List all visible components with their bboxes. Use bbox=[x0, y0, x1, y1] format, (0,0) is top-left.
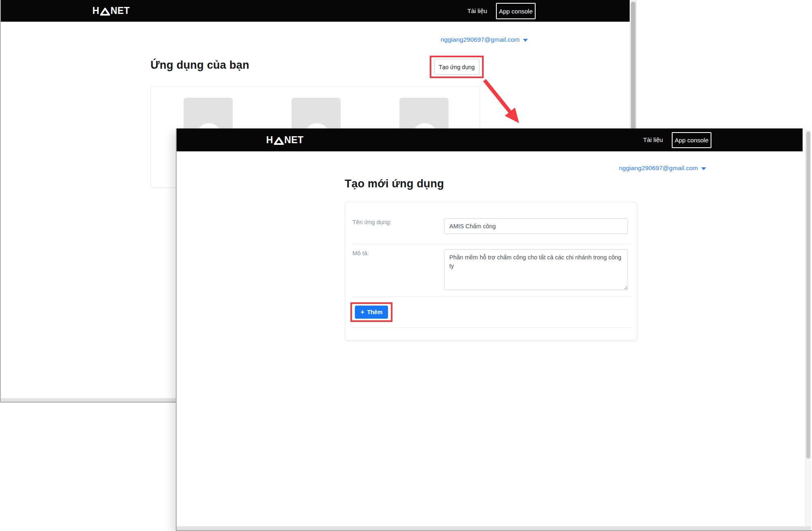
account-email: nggiang290697@gmail.com bbox=[619, 164, 698, 172]
hanet-logo[interactable]: H NET bbox=[266, 135, 304, 145]
nav-docs-link[interactable]: Tài liệu bbox=[467, 7, 487, 14]
screenshot-canvas: H NET Tài liệu App console nggiang290697… bbox=[0, 0, 812, 531]
vertical-scrollbar[interactable] bbox=[805, 129, 811, 526]
logo-text-right: NET bbox=[110, 6, 130, 16]
account-menu[interactable]: nggiang290697@gmail.com bbox=[619, 164, 706, 172]
create-app-form: Tên ứng dụng: Mô tả: Phần mềm hỗ trợ chấ… bbox=[345, 202, 637, 340]
window-create-app: H NET Tài liệu App console nggiang290697… bbox=[176, 128, 812, 531]
app-console-button[interactable]: App console bbox=[496, 3, 536, 19]
account-email: nggiang290697@gmail.com bbox=[441, 36, 520, 43]
account-menu[interactable]: nggiang290697@gmail.com bbox=[441, 36, 528, 43]
chevron-down-icon bbox=[701, 167, 706, 170]
annotation-arrow bbox=[481, 78, 529, 130]
app-console-button[interactable]: App console bbox=[672, 132, 711, 148]
logo-text-right: NET bbox=[284, 135, 304, 145]
create-app-button[interactable]: Tạo ứng dụng bbox=[434, 59, 480, 75]
plus-icon: + bbox=[361, 309, 364, 315]
hanet-logo[interactable]: H NET bbox=[92, 6, 130, 16]
description-textarea[interactable]: Phần mềm hỗ trợ chấm công cho tất cả các… bbox=[444, 249, 628, 290]
divider bbox=[352, 327, 631, 328]
header-bar: H NET Tài liệu App console bbox=[1, 0, 630, 22]
logo-text-left: H bbox=[92, 6, 99, 16]
app-name-label: Tên ứng dụng: bbox=[352, 219, 391, 225]
logo-text-left: H bbox=[266, 135, 273, 145]
divider bbox=[352, 244, 631, 244]
page-title: Tạo mới ứng dụng bbox=[345, 178, 444, 190]
divider bbox=[352, 296, 631, 297]
header-bar: H NET Tài liệu App console bbox=[177, 128, 803, 151]
add-button[interactable]: + Thêm bbox=[355, 306, 388, 319]
app-name-input[interactable] bbox=[444, 218, 628, 234]
page-title: Ứng dụng của bạn bbox=[150, 59, 249, 72]
horizontal-scrollbar[interactable] bbox=[177, 526, 811, 530]
add-button-label: Thêm bbox=[367, 309, 382, 315]
scrollbar-thumb[interactable] bbox=[806, 131, 810, 459]
chevron-down-icon bbox=[523, 39, 528, 42]
description-label: Mô tả: bbox=[352, 250, 369, 256]
nav-docs-link[interactable]: Tài liệu bbox=[643, 136, 663, 143]
highlight-box-create-button: Tạo ứng dụng bbox=[430, 56, 484, 78]
highlight-box-submit-button: + Thêm bbox=[350, 302, 393, 322]
logo-triangle-icon bbox=[100, 8, 110, 16]
logo-triangle-icon bbox=[274, 137, 284, 145]
